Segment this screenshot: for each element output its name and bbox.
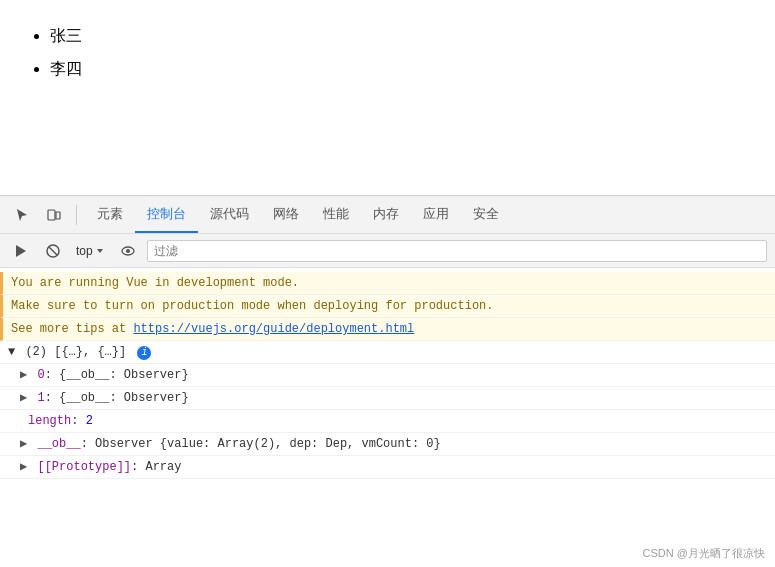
svg-rect-0 — [48, 210, 55, 220]
devtools-panel: 元素 控制台 源代码 网络 性能 内存 应用 安全 top — [0, 195, 775, 567]
warning-text-1: You are running Vue in development mode. — [11, 276, 299, 290]
device-icon-btn[interactable] — [40, 201, 68, 229]
cursor-icon-btn[interactable] — [8, 201, 36, 229]
console-object-0: ▶ 0: {__ob__: Observer} — [0, 364, 775, 387]
expand-0-icon[interactable]: ▶ — [20, 368, 27, 382]
console-toolbar: top — [0, 234, 775, 268]
tab-security[interactable]: 安全 — [461, 196, 511, 233]
object-root-text: (2) [{…}, {…}] — [25, 345, 126, 359]
console-object-length: length: 2 — [0, 410, 775, 433]
tab-application[interactable]: 应用 — [411, 196, 461, 233]
tab-network[interactable]: 网络 — [261, 196, 311, 233]
object-0-text: 0: {__ob__: Observer} — [37, 368, 188, 382]
device-icon — [46, 207, 62, 223]
eye-icon — [120, 243, 136, 259]
warning-text-3: See more tips at — [11, 322, 133, 336]
vue-deployment-link[interactable]: https://vuejs.org/guide/deployment.html — [133, 322, 414, 336]
svg-rect-1 — [56, 212, 60, 219]
console-message-1: You are running Vue in development mode. — [0, 272, 775, 295]
svg-marker-5 — [97, 249, 103, 253]
tab-performance[interactable]: 性能 — [311, 196, 361, 233]
console-object-1: ▶ 1: {__ob__: Observer} — [0, 387, 775, 410]
toolbar-divider-1 — [76, 205, 77, 225]
console-object-ob: ▶ __ob__: Observer {value: Array(2), dep… — [0, 433, 775, 456]
console-object-root: ▼ (2) [{…}, {…}] i — [0, 341, 775, 364]
object-proto-text: [[Prototype]]: Array — [37, 460, 181, 474]
bullet-list: 张三 李四 — [30, 20, 745, 86]
chevron-down-icon — [95, 246, 105, 256]
tab-elements[interactable]: 元素 — [85, 196, 135, 233]
warning-text-2: Make sure to turn on production mode whe… — [11, 299, 493, 313]
tab-console[interactable]: 控制台 — [135, 196, 198, 233]
content-area: 张三 李四 — [0, 0, 775, 195]
cursor-icon — [14, 207, 30, 223]
console-message-2: Make sure to turn on production mode whe… — [0, 295, 775, 318]
list-item-2: 李四 — [50, 53, 745, 86]
block-icon — [45, 243, 61, 259]
expand-proto-icon[interactable]: ▶ — [20, 460, 27, 474]
top-selector-label: top — [76, 244, 93, 258]
expand-root-icon[interactable]: ▼ — [8, 345, 15, 359]
object-length-text: length: 2 — [28, 414, 93, 428]
eye-icon-btn[interactable] — [115, 238, 141, 264]
list-item-1: 张三 — [50, 20, 745, 53]
tab-sources[interactable]: 源代码 — [198, 196, 261, 233]
expand-1-icon[interactable]: ▶ — [20, 391, 27, 405]
console-output: You are running Vue in development mode.… — [0, 268, 775, 567]
top-selector[interactable]: top — [72, 242, 109, 260]
object-1-text: 1: {__ob__: Observer} — [37, 391, 188, 405]
block-icon-btn[interactable] — [40, 238, 66, 264]
svg-line-4 — [49, 247, 57, 255]
run-icon-btn[interactable] — [8, 238, 34, 264]
tab-memory[interactable]: 内存 — [361, 196, 411, 233]
object-ob-text: __ob__: Observer {value: Array(2), dep: … — [37, 437, 440, 451]
console-object-proto: ▶ [[Prototype]]: Array — [0, 456, 775, 479]
info-icon[interactable]: i — [137, 346, 151, 360]
run-icon — [13, 243, 29, 259]
filter-input[interactable] — [147, 240, 767, 262]
expand-ob-icon[interactable]: ▶ — [20, 437, 27, 451]
devtools-tabs-toolbar: 元素 控制台 源代码 网络 性能 内存 应用 安全 — [0, 196, 775, 234]
devtools-tabs: 元素 控制台 源代码 网络 性能 内存 应用 安全 — [85, 196, 767, 233]
svg-marker-2 — [16, 245, 26, 257]
svg-point-7 — [126, 249, 130, 253]
console-message-3: See more tips at https://vuejs.org/guide… — [0, 318, 775, 341]
